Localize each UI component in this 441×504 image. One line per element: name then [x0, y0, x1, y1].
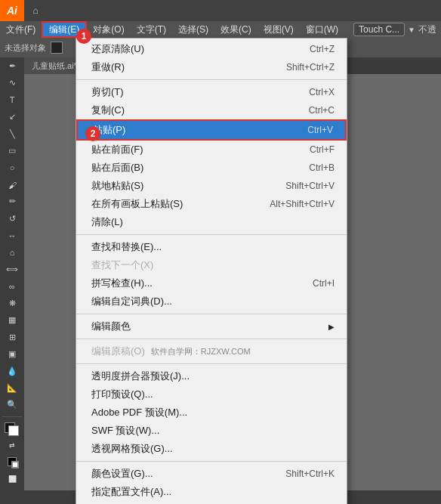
tool-scale[interactable]: ↔	[2, 227, 22, 243]
menu-transparency-presets[interactable]: 透明度拼合器预设(J)...	[76, 367, 347, 385]
menu-select[interactable]: 选择(S)	[172, 21, 214, 38]
menu-view[interactable]: 视图(V)	[258, 21, 300, 38]
tool-rotate[interactable]: ↺	[2, 211, 22, 227]
menu-paste[interactable]: 粘贴(P) Ctrl+V	[76, 119, 347, 141]
tool-drawing-mode[interactable]: ⬜	[2, 471, 22, 487]
dropdown-menu: 还原清除(U) Ctrl+Z 重做(R) Shift+Ctrl+Z 剪切(T) …	[76, 38, 347, 504]
tool-pencil[interactable]: ✏	[2, 193, 22, 209]
menu-swf-presets[interactable]: SWF 预设(W)...	[76, 422, 347, 440]
menu-cut[interactable]: 剪切(T) Ctrl+X	[76, 83, 347, 101]
menu-paste-allboards[interactable]: 在所有画板上粘贴(S) Alt+Shift+Ctrl+V	[76, 195, 347, 213]
tool-warp[interactable]: ⌂	[2, 244, 22, 260]
menu-edit-colors[interactable]: 编辑颜色 ▶	[76, 317, 347, 335]
tool-width[interactable]: ⟺	[2, 261, 22, 277]
top-toolbar: Ai ⌂	[0, 0, 441, 21]
touch-label[interactable]: Touch C...	[353, 23, 405, 36]
tool-zoom[interactable]: 🔍	[2, 397, 22, 413]
tool-divider	[2, 416, 22, 417]
menu-window[interactable]: 窗口(W)	[300, 21, 344, 38]
step-badge-2: 2	[85, 126, 100, 141]
tool-color-mode[interactable]	[2, 454, 22, 470]
menu-section-undoredo: 还原清除(U) Ctrl+Z 重做(R) Shift+Ctrl+Z	[76, 39, 347, 78]
toolbar-icons: ⌂	[24, 2, 47, 19]
menu-undo[interactable]: 还原清除(U) Ctrl+Z	[76, 40, 347, 58]
menu-redo[interactable]: 重做(R) Shift+Ctrl+Z	[76, 58, 347, 76]
tool-pen[interactable]: ✒	[2, 58, 22, 74]
menu-section-original: 编辑原稿(O) 软件自学网：RJZXW.COM	[76, 341, 347, 362]
menu-object[interactable]: 对象(O)	[87, 21, 130, 38]
menu-color-settings[interactable]: 颜色设置(G)... Shift+Ctrl+K	[76, 465, 347, 483]
divider-6	[76, 461, 347, 462]
tool-column-graph[interactable]: ▦	[2, 312, 22, 328]
divider-1	[76, 79, 347, 80]
step-badge-1: 1	[76, 29, 91, 44]
dropdown-arrow-icon[interactable]: ▼	[408, 26, 415, 34]
menu-find-replace[interactable]: 查找和替换(E)...	[76, 238, 347, 256]
tool-gradient[interactable]: ▣	[2, 346, 22, 362]
divider-2	[76, 234, 347, 235]
menu-bar: 文件(F) 编辑(E) 对象(O) 文字(T) 选择(S) 效果(C) 视图(V…	[0, 21, 441, 38]
divider-3	[76, 314, 347, 314]
tool-mesh[interactable]: ⊞	[2, 329, 22, 345]
tool-type[interactable]: T	[2, 92, 22, 108]
menu-spell-check[interactable]: 拼写检查(H)... Ctrl+I	[76, 274, 347, 292]
menu-section-colors: 编辑颜色 ▶	[76, 316, 347, 337]
color-swatch[interactable]	[51, 42, 63, 54]
opacity-label: 不透	[418, 23, 436, 36]
menu-file[interactable]: 文件(F)	[0, 21, 42, 38]
menu-text[interactable]: 文字(T)	[131, 21, 172, 38]
menu-edit-original: 编辑原稿(O) 软件自学网：RJZXW.COM	[76, 342, 347, 360]
tool-measure[interactable]: 📐	[2, 380, 22, 396]
menu-section-clipboard: 剪切(T) Ctrl+X 复制(C) Ctrl+C 粘贴(P) Ctrl+V 贴…	[76, 82, 347, 233]
tool-curvature[interactable]: ∿	[2, 75, 22, 91]
tool-ellipse[interactable]: ○	[2, 159, 22, 175]
menu-copy[interactable]: 复制(C) Ctrl+C	[76, 101, 347, 119]
divider-4	[76, 339, 347, 339]
tool-blend[interactable]: ∞	[2, 278, 22, 294]
menu-print-presets[interactable]: 打印预设(Q)...	[76, 385, 347, 404]
menu-pdf-presets[interactable]: Adobe PDF 预设(M)...	[76, 404, 347, 422]
menu-section-presets: 透明度拼合器预设(J)... 打印预设(Q)... Adobe PDF 预设(M…	[76, 366, 347, 459]
touch-area: Touch C... ▼ 不透	[349, 21, 441, 38]
menu-find-next: 查找下一个(X)	[76, 256, 347, 274]
left-toolbar: ▶ ↖ ✒ ∿ T ↙ ╲ ▭ ○ 🖌 ✏ ↺ ↔ ⌂ ⟺ ∞ ❋ ▦ ⊞ ▣ …	[0, 21, 24, 504]
tool-touch-type[interactable]: ↙	[2, 109, 22, 125]
menu-paste-inplace[interactable]: 就地粘贴(S) Shift+Ctrl+V	[76, 177, 347, 195]
menu-effect[interactable]: 效果(C)	[214, 21, 258, 38]
menu-clear[interactable]: 清除(L)	[76, 213, 347, 231]
tool-symbol[interactable]: ❋	[2, 295, 22, 311]
menu-persp-grid-presets[interactable]: 透视网格预设(G)...	[76, 440, 347, 458]
menu-paste-front[interactable]: 贴在前面(F) Ctrl+F	[76, 141, 347, 159]
menu-section-color-settings: 颜色设置(G)... Shift+Ctrl+K 指定配置文件(A)...	[76, 463, 347, 502]
status-text: 未选择对象	[5, 42, 46, 54]
app-logo: Ai	[0, 0, 24, 21]
home-icon-btn[interactable]: ⌂	[27, 2, 44, 19]
menu-paste-back[interactable]: 贴在后面(B) Ctrl+B	[76, 159, 347, 177]
divider-5	[76, 363, 347, 364]
tool-fill[interactable]	[2, 420, 22, 436]
menu-assign-profile[interactable]: 指定配置文件(A)...	[76, 483, 347, 501]
menu-section-find: 查找和替换(E)... 查找下一个(X) 拼写检查(H)... Ctrl+I 编…	[76, 237, 347, 312]
tool-line[interactable]: ╲	[2, 126, 22, 142]
tool-brush[interactable]: 🖌	[2, 177, 22, 193]
tool-swap-fill-stroke[interactable]: ⇄	[2, 437, 22, 453]
menu-custom-dict[interactable]: 编辑自定词典(D)...	[76, 292, 347, 311]
tool-rect[interactable]: ▭	[2, 143, 22, 159]
tool-eyedropper[interactable]: 💧	[2, 363, 22, 379]
